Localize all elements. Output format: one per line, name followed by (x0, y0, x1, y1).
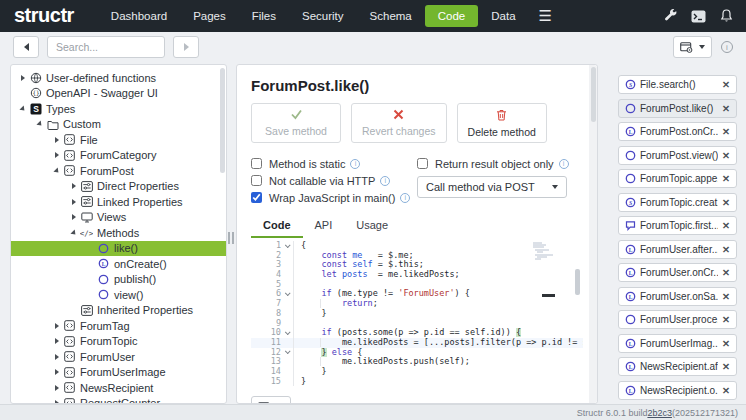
close-icon[interactable]: ✕ (722, 314, 730, 325)
close-icon[interactable]: ✕ (722, 220, 730, 231)
info-icon[interactable]: i (400, 193, 410, 203)
tab-code[interactable]: Code (251, 216, 303, 238)
tree-item-custom[interactable]: Custom (11, 117, 226, 133)
fold-arrow-icon[interactable] (281, 328, 293, 338)
tree-item-inherited-properties[interactable]: Inherited Properties (11, 303, 226, 319)
code-line-11[interactable]: 11 me.likedPosts = [...posts].filter(p =… (251, 338, 583, 348)
close-icon[interactable]: ✕ (722, 103, 730, 114)
build-link[interactable]: 2b2c3 (647, 408, 672, 418)
recent-method-chip[interactable]: ForumPost.like()✕ (618, 99, 737, 118)
expand-arrow-icon[interactable] (51, 137, 63, 143)
http-verb-select[interactable]: Call method via POST (417, 176, 567, 198)
fold-arrow-icon[interactable] (281, 348, 293, 358)
tree-item-types[interactable]: STypes (11, 101, 226, 117)
editor-scrollbar[interactable] (575, 269, 580, 295)
code-line-12[interactable]: 12 } else { (251, 348, 583, 358)
code-line-9[interactable]: 9 (251, 319, 583, 329)
recent-method-chip[interactable]: SForumTopic.creat...✕ (618, 193, 737, 212)
tree-item-forumuserimage[interactable]: ForumUserImage (11, 365, 226, 381)
search-input[interactable] (47, 36, 165, 58)
bell-icon[interactable] (719, 9, 734, 24)
close-icon[interactable]: ✕ (722, 173, 730, 184)
fold-arrow-icon[interactable] (281, 241, 293, 251)
tree-item-forumpost[interactable]: ForumPost (11, 163, 226, 179)
recent-method-chip[interactable]: LForumUserImag...✕ (618, 334, 737, 353)
collapse-arrow-icon[interactable] (51, 168, 63, 174)
expand-arrow-icon[interactable] (51, 354, 63, 360)
expand-arrow-icon[interactable] (51, 385, 63, 391)
fold-arrow-icon[interactable] (281, 289, 293, 299)
collapse-arrow-icon[interactable] (34, 121, 46, 127)
tree-item-views[interactable]: Views (11, 210, 226, 226)
return-result-object-checkbox[interactable] (417, 158, 428, 169)
tree-item-publish[interactable]: publish() (11, 272, 226, 288)
tree-item-linked-properties[interactable]: Linked Properties (11, 194, 226, 210)
close-icon[interactable]: ✕ (722, 126, 730, 137)
tree-item-methods[interactable]: </>Methods (11, 225, 226, 241)
info-icon[interactable]: i (721, 41, 733, 53)
tree-item-forumtag[interactable]: ForumTag (11, 318, 226, 334)
info-icon[interactable]: i (559, 159, 569, 169)
method-is-static-checkbox[interactable] (251, 158, 262, 169)
tree-item-newsrecipient[interactable]: NewsRecipient (11, 380, 226, 396)
nav-item-data[interactable]: Data (478, 5, 528, 27)
nav-item-security[interactable]: Security (289, 5, 357, 27)
expand-arrow-icon[interactable] (51, 338, 63, 344)
nav-item-schema[interactable]: Schema (357, 5, 425, 27)
close-icon[interactable]: ✕ (722, 79, 730, 90)
code-line-6[interactable]: 6 if (me.type != 'ForumUser') { (251, 289, 583, 299)
expand-arrow-icon[interactable] (51, 152, 63, 158)
close-icon[interactable]: ✕ (722, 267, 730, 278)
tree-item-forumcategory[interactable]: ForumCategory (11, 148, 226, 164)
save-method-button[interactable]: Save method (251, 103, 341, 143)
forward-button[interactable] (173, 36, 199, 58)
tree-item-view[interactable]: view() (11, 287, 226, 303)
close-icon[interactable]: ✕ (722, 338, 730, 349)
hamburger-menu-icon[interactable]: ☰ (529, 5, 562, 27)
tree-scrollbar[interactable] (220, 68, 225, 173)
collapse-arrow-icon[interactable] (17, 106, 29, 112)
tree-item-direct-properties[interactable]: Direct Properties (11, 179, 226, 195)
expand-arrow-icon[interactable] (51, 323, 63, 329)
wrap-javascript-checkbox[interactable] (251, 192, 262, 203)
code-line-8[interactable]: 8 } (251, 309, 583, 319)
back-button[interactable] (13, 36, 39, 58)
not-callable-via-http-checkbox[interactable] (251, 175, 262, 186)
tree-item-user-defined-functions[interactable]: User-defined functions (11, 70, 226, 86)
tree-item-requestcounter[interactable]: RequestCounter (11, 396, 226, 405)
main-panel-scrollbar[interactable] (589, 65, 597, 403)
tab-usage[interactable]: Usage (344, 216, 400, 238)
nav-item-pages[interactable]: Pages (180, 5, 239, 27)
recent-method-chip[interactable]: LForumPost.onCr...✕ (618, 122, 737, 141)
recent-method-chip[interactable]: LForumUser.onCr...✕ (618, 263, 737, 282)
layout-settings-button[interactable] (673, 36, 712, 58)
code-line-14[interactable]: 14 } (251, 367, 583, 377)
close-icon[interactable]: ✕ (722, 244, 730, 255)
close-icon[interactable]: ✕ (722, 291, 730, 302)
tree-item-forumuser[interactable]: ForumUser (11, 349, 226, 365)
wrench-icon[interactable] (663, 9, 678, 24)
revert-changes-button[interactable]: Revert changes (351, 103, 447, 143)
recent-method-chip[interactable]: LForumUser.onSa...✕ (618, 287, 737, 306)
recent-method-chip[interactable]: SFile.search()✕ (618, 75, 737, 94)
nav-item-dashboard[interactable]: Dashboard (98, 5, 180, 27)
code-line-15[interactable]: 15} (251, 377, 583, 387)
code-line-4[interactable]: 4 let posts = me.likedPosts; (251, 270, 583, 280)
tree-item-like[interactable]: like() (11, 241, 226, 257)
close-icon[interactable]: ✕ (722, 150, 730, 161)
info-icon[interactable]: i (350, 159, 360, 169)
recent-method-chip[interactable]: LNewsRecipient.af...✕ (618, 357, 737, 376)
code-line-10[interactable]: 10 if (posts.some(p => p.id == self.id))… (251, 328, 583, 338)
recent-method-chip[interactable]: ForumUser.proce...✕ (618, 310, 737, 329)
recent-method-chip[interactable]: LNewsRecipient.o...✕ (618, 381, 737, 400)
recent-method-chip[interactable]: ForumPost.view()✕ (618, 146, 737, 165)
recent-method-chip[interactable]: ForumTopic.appe...✕ (618, 169, 737, 188)
recent-method-chip[interactable]: LForumUser.after...✕ (618, 240, 737, 259)
nav-item-files[interactable]: Files (239, 5, 289, 27)
editor-settings-button[interactable] (251, 396, 291, 404)
expand-arrow-icon[interactable] (68, 183, 80, 189)
info-icon[interactable]: i (380, 176, 390, 186)
expand-arrow-icon[interactable] (51, 369, 63, 375)
collapse-arrow-icon[interactable] (68, 230, 80, 236)
expand-arrow-icon[interactable] (68, 199, 80, 205)
